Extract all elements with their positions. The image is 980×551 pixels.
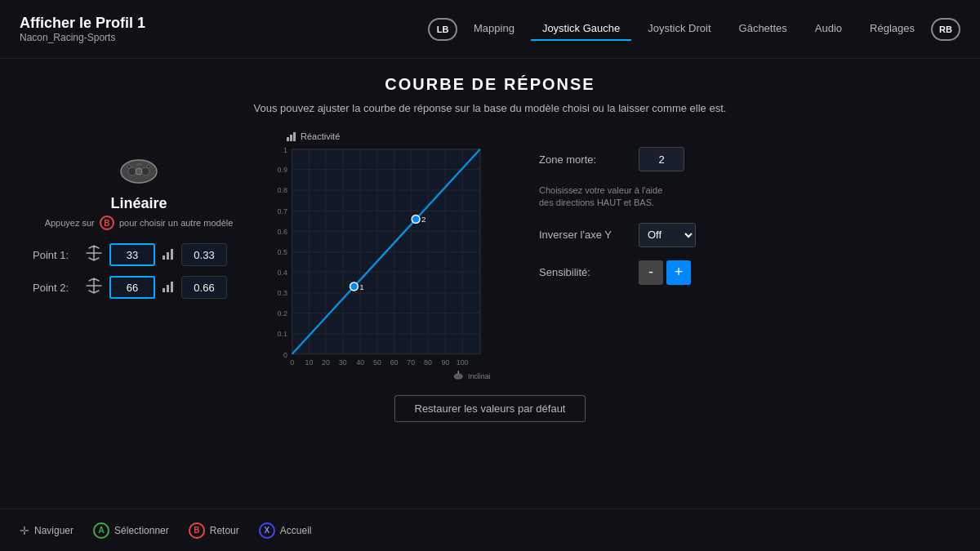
restore-btn-container: Restaurer les valeurs par défaut: [33, 395, 947, 422]
point1-x-input[interactable]: [109, 243, 155, 266]
app-title-block: Afficher le Profil 1 Nacon_Racing-Sports: [20, 15, 145, 43]
svg-text:50: 50: [373, 358, 381, 367]
point1-move-icon: [85, 244, 103, 266]
footer: ✛ Naviguer A Sélectionner B Retour X Acc…: [0, 509, 980, 551]
sensibilite-row: Sensibilité: - +: [539, 260, 947, 285]
zone-morte-hint: Choisissez votre valeur à l'aide des dir…: [539, 184, 670, 210]
tab-joystick-gauche[interactable]: Joystick Gauche: [531, 17, 631, 41]
chart-y-label: Réactivité: [301, 131, 340, 141]
svg-point-68: [454, 374, 462, 379]
chart-container: 1 0.9 0.8 0.7 0.6 0.5 0.4 0.3 0.2 0.1 0 …: [261, 145, 490, 382]
page-title: COURBE DE RÉPONSE: [33, 75, 947, 94]
tab-joystick-droit[interactable]: Joystick Droit: [636, 17, 722, 41]
svg-text:Inclinaison: Inclinaison: [468, 372, 490, 380]
footer-navigate: ✛ Naviguer: [20, 524, 74, 537]
svg-text:0.3: 0.3: [278, 289, 287, 297]
svg-point-63: [350, 282, 359, 291]
page-subtitle: Vous pouvez ajuster la courbe de réponse…: [33, 102, 947, 114]
point1-bar-icon: [162, 247, 175, 263]
svg-text:0.9: 0.9: [278, 166, 287, 174]
sensitivity-plus-button[interactable]: +: [666, 260, 691, 285]
svg-text:0.5: 0.5: [278, 248, 287, 256]
model-name: Linéaire: [110, 195, 167, 212]
rb-button[interactable]: RB: [931, 18, 960, 41]
svg-rect-15: [293, 132, 296, 141]
svg-rect-8: [167, 252, 169, 260]
svg-text:0: 0: [283, 351, 287, 359]
svg-rect-14: [290, 135, 292, 141]
point2-bar-icon: [162, 280, 175, 295]
svg-text:0.8: 0.8: [278, 186, 287, 194]
tab-mapping[interactable]: Mapping: [462, 17, 526, 41]
svg-text:0.4: 0.4: [278, 269, 287, 277]
home-label: Accueil: [280, 525, 312, 536]
main-content: COURBE DE RÉPONSE Vous pouvez ajuster la…: [0, 59, 980, 509]
nav-tabs: LB Mapping Joystick Gauche Joystick Droi…: [428, 17, 960, 41]
zone-morte-input[interactable]: [639, 147, 684, 171]
point2-y-value: 0.66: [181, 276, 227, 299]
svg-rect-11: [167, 285, 169, 292]
svg-rect-3: [136, 163, 142, 166]
header: Afficher le Profil 1 Nacon_Racing-Sports…: [0, 0, 980, 59]
tab-gachettes[interactable]: Gâchettes: [728, 17, 799, 41]
chart-area: Réactivité: [261, 131, 490, 382]
point1-label: Point 1:: [33, 249, 78, 261]
footer-select: A Sélectionner: [93, 522, 169, 539]
b-button-hint: B: [100, 216, 114, 230]
navigate-icon: ✛: [20, 524, 29, 537]
svg-text:2: 2: [421, 215, 425, 224]
tab-reglages[interactable]: Réglages: [858, 17, 926, 41]
model-icon: [119, 155, 158, 192]
select-label: Sélectionner: [114, 525, 169, 536]
svg-text:1: 1: [359, 282, 363, 291]
svg-text:60: 60: [390, 358, 399, 367]
x-button-icon: X: [259, 522, 275, 539]
svg-rect-7: [163, 256, 165, 260]
svg-text:20: 20: [322, 358, 330, 367]
tab-audio[interactable]: Audio: [804, 17, 853, 41]
point2-row: Point 2: 0.66: [33, 276, 245, 299]
point2-label: Point 2:: [33, 282, 78, 294]
content-row: Linéaire Appuyez sur B pour choisir un a…: [33, 131, 947, 382]
footer-home: X Accueil: [259, 522, 312, 539]
left-panel: Linéaire Appuyez sur B pour choisir un a…: [33, 131, 245, 309]
inverser-axe-label: Inverser l'axe Y: [539, 229, 629, 241]
point2-move-icon: [85, 277, 103, 299]
svg-text:30: 30: [339, 358, 347, 367]
svg-point-65: [412, 216, 420, 224]
svg-text:0.6: 0.6: [278, 228, 287, 236]
model-section: Linéaire Appuyez sur B pour choisir un a…: [33, 155, 245, 230]
svg-text:0.1: 0.1: [278, 330, 287, 338]
inverser-axe-row: Inverser l'axe Y Off On: [539, 223, 947, 247]
svg-rect-9: [171, 249, 173, 260]
svg-text:90: 90: [442, 358, 450, 367]
sensibilite-label: Sensibilité:: [539, 266, 629, 278]
point2-x-input[interactable]: [109, 276, 155, 299]
svg-text:10: 10: [305, 358, 313, 367]
zone-morte-row: Zone morte:: [539, 147, 947, 171]
svg-text:0.7: 0.7: [278, 207, 287, 216]
svg-text:100: 100: [457, 358, 469, 367]
svg-point-5: [147, 165, 150, 168]
point1-y-value: 0.33: [181, 243, 227, 266]
lb-button[interactable]: LB: [428, 18, 457, 41]
inverser-axe-select[interactable]: Off On: [639, 223, 696, 247]
model-hint: Appuyez sur B pour choisir un autre modè…: [45, 216, 234, 230]
chart-y-label-row: Réactivité: [286, 131, 490, 142]
footer-back: B Retour: [189, 522, 239, 539]
svg-text:70: 70: [407, 358, 415, 367]
restore-defaults-button[interactable]: Restaurer les valeurs par défaut: [394, 395, 586, 422]
svg-text:0.2: 0.2: [278, 309, 287, 318]
app-title: Afficher le Profil 1: [20, 15, 145, 32]
svg-text:40: 40: [356, 358, 364, 367]
svg-rect-12: [171, 282, 173, 292]
svg-point-4: [127, 165, 131, 168]
sensitivity-buttons: - +: [639, 260, 691, 285]
svg-text:1: 1: [283, 146, 287, 154]
a-button-icon: A: [93, 522, 109, 539]
svg-rect-10: [163, 288, 165, 292]
svg-text:80: 80: [424, 358, 432, 367]
zone-morte-label: Zone morte:: [539, 153, 629, 166]
navigate-label: Naviguer: [34, 525, 74, 536]
sensitivity-minus-button[interactable]: -: [639, 260, 663, 285]
